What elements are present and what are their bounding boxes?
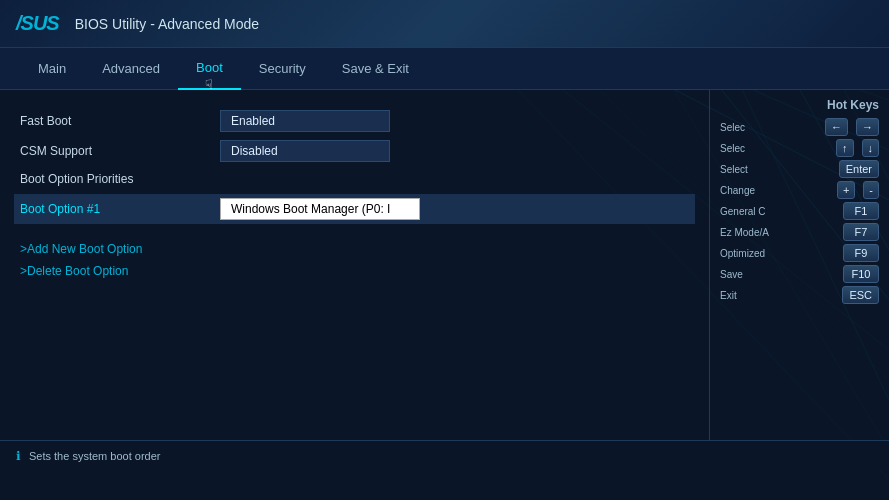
boot-option-1-row[interactable]: Boot Option #1 Windows Boot Manager (P0:… — [14, 194, 695, 224]
left-panel: Fast Boot Enabled CSM Support Disabled B… — [0, 90, 709, 470]
csm-support-row: CSM Support Disabled — [20, 136, 689, 166]
hotkey-lr-label: Selec — [720, 122, 817, 133]
nav-advanced[interactable]: Advanced — [84, 48, 178, 90]
status-icon: ℹ — [16, 449, 21, 463]
hotkey-change-label: Change — [720, 185, 829, 196]
hotkey-f1-label: General C — [720, 206, 835, 217]
hotkey-esc: Exit ESC — [720, 286, 879, 304]
hotkey-enter: Select Enter — [720, 160, 879, 178]
hotkey-minus[interactable]: - — [863, 181, 879, 199]
status-bar: ℹ Sets the system boot order — [0, 440, 889, 470]
delete-boot-option[interactable]: >Delete Boot Option — [20, 260, 689, 282]
hotkey-down[interactable]: ↓ — [862, 139, 880, 157]
hotkey-f10-label: Save — [720, 269, 835, 280]
hotkeys-title: Hot Keys — [720, 98, 879, 112]
status-text: Sets the system boot order — [29, 450, 160, 462]
hotkey-f9-btn[interactable]: F9 — [843, 244, 879, 262]
boot-option-priorities-row: Boot Option Priorities — [20, 166, 689, 192]
hotkey-f9-label: Optimized — [720, 248, 835, 259]
nav-boot[interactable]: Boot ☟ — [178, 48, 241, 90]
hotkey-esc-label: Exit — [720, 290, 834, 301]
hotkey-f7-label: Ez Mode/A — [720, 227, 835, 238]
fast-boot-row: Fast Boot Enabled — [20, 106, 689, 136]
hotkey-plus[interactable]: + — [837, 181, 855, 199]
hotkey-f10-btn[interactable]: F10 — [843, 265, 879, 283]
fast-boot-label: Fast Boot — [20, 114, 220, 128]
asus-logo: /SUS — [16, 12, 59, 35]
app-title: BIOS Utility - Advanced Mode — [75, 16, 259, 32]
hotkey-plus-minus: Change + - — [720, 181, 879, 199]
hotkey-right[interactable]: → — [856, 118, 879, 136]
nav-main[interactable]: Main — [20, 48, 84, 90]
hotkey-ud: Selec ↑ ↓ — [720, 139, 879, 157]
boot-option-1-label: Boot Option #1 — [20, 202, 220, 216]
hotkey-f1: General C F1 — [720, 202, 879, 220]
hotkey-f9: Optimized F9 — [720, 244, 879, 262]
hotkey-f7: Ez Mode/A F7 — [720, 223, 879, 241]
add-boot-option[interactable]: >Add New Boot Option — [20, 238, 689, 260]
hotkey-esc-btn[interactable]: ESC — [842, 286, 879, 304]
hotkey-f10: Save F10 — [720, 265, 879, 283]
fast-boot-value[interactable]: Enabled — [220, 110, 390, 132]
hotkey-left[interactable]: ← — [825, 118, 848, 136]
boot-option-priorities-label: Boot Option Priorities — [20, 172, 220, 186]
hotkey-ud-label: Selec — [720, 143, 828, 154]
csm-support-label: CSM Support — [20, 144, 220, 158]
navbar: Main Advanced Boot ☟ Security Save & Exi… — [0, 48, 889, 90]
hotkey-enter-btn[interactable]: Enter — [839, 160, 879, 178]
boot-option-1-value[interactable]: Windows Boot Manager (P0: I — [220, 198, 420, 220]
content-area: Fast Boot Enabled CSM Support Disabled B… — [0, 90, 889, 470]
hotkey-up[interactable]: ↑ — [836, 139, 854, 157]
hotkey-enter-label: Select — [720, 164, 831, 175]
hotkey-lr: Selec ← → — [720, 118, 879, 136]
csm-support-value[interactable]: Disabled — [220, 140, 390, 162]
hotkeys-panel: Hot Keys Selec ← → Selec ↑ ↓ Select Ente… — [709, 90, 889, 470]
nav-security[interactable]: Security — [241, 48, 324, 90]
header-bar: /SUS BIOS Utility - Advanced Mode — [0, 0, 889, 48]
hotkey-f7-btn[interactable]: F7 — [843, 223, 879, 241]
nav-save-exit[interactable]: Save & Exit — [324, 48, 427, 90]
hotkey-f1-btn[interactable]: F1 — [843, 202, 879, 220]
